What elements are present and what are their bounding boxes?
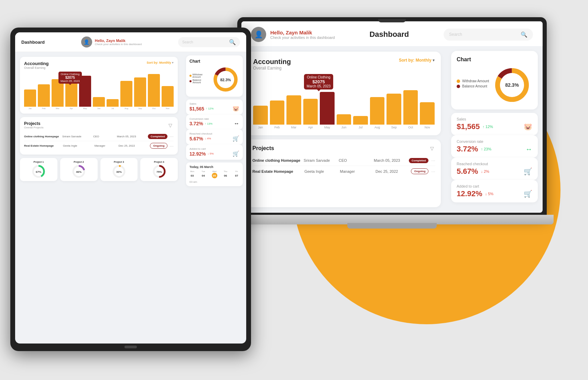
laptop-bar bbox=[353, 116, 368, 125]
laptop-stat-icon: ↔ bbox=[525, 145, 532, 153]
tablet-stat-icon: 🐷 bbox=[232, 105, 239, 112]
tablet-mini-donut: 30% bbox=[112, 165, 126, 178]
tablet-cal-day: Mon 03 bbox=[189, 170, 195, 178]
laptop-proj-date: March 05, 2023 bbox=[374, 158, 406, 162]
tablet-bar bbox=[162, 86, 174, 107]
tablet-stat-card: Added to cart 12.92% ↓ 5% 🛒 bbox=[186, 145, 243, 160]
tablet-stat-label: Sales bbox=[189, 102, 239, 105]
laptop-device: 👤 Hello, Zayn Malik Check your activitie… bbox=[237, 17, 567, 258]
laptop-bar-chart: Online Clothing $2075 March 05, 2023 Jan… bbox=[253, 74, 435, 129]
tablet-projects-card: Projects Overall Projects ▽ Online cloth… bbox=[20, 117, 178, 155]
tablet-bar-group: Aug bbox=[120, 81, 132, 109]
tablet-three-dots[interactable]: ··· bbox=[170, 134, 174, 139]
tablet-acc-title: Accounting Overall Earning bbox=[24, 61, 49, 70]
laptop-acc-header: Accounting Overall Earning Sort by: Mont… bbox=[253, 58, 435, 71]
tablet-outer: Dashboard 👤 Hello, Zayn Malik Check your… bbox=[10, 28, 251, 351]
tablet-stat-change: ↑ 12% bbox=[206, 107, 214, 110]
tablet-proj-row: Real Estate Homepage Geeta Ingle Manager… bbox=[24, 141, 174, 150]
laptop-bottom-row: Projects ▽ Online clothing Homepage Srir… bbox=[247, 139, 441, 207]
tablet-bar-label: Apr bbox=[70, 107, 73, 109]
tablet-bar-chart: Online Clothing $2075 March 05, 2023 Jan… bbox=[24, 72, 174, 109]
tablet-time: 03 am bbox=[189, 180, 239, 183]
tablet-cal-date: 06 bbox=[223, 173, 228, 178]
laptop-stat-icon: 🛒 bbox=[524, 167, 532, 176]
tablet-main: Accounting Overall Earning Sort by: Mont… bbox=[15, 52, 246, 344]
laptop-three-dots[interactable]: ··· bbox=[431, 158, 435, 163]
tablet-cal-day: Fri 07 bbox=[234, 170, 239, 178]
tablet-bar-label: Sep bbox=[138, 107, 142, 109]
tablet-search[interactable]: Search 🔍 bbox=[178, 37, 240, 47]
laptop-proj-row: Online clothing Homepage Sriram Sarvade … bbox=[252, 155, 435, 166]
laptop-search-placeholder: Search bbox=[449, 32, 521, 37]
tablet-mini-title: Project 3 bbox=[114, 161, 124, 163]
tablet-stat-row: 3.72% ↑ 13% ↔ bbox=[189, 120, 239, 127]
laptop-bar bbox=[286, 95, 301, 125]
laptop-chart-title: Chart bbox=[457, 56, 532, 63]
laptop-stat-value: $1,565 bbox=[457, 122, 480, 131]
laptop-dashboard: 👤 Hello, Zayn Malik Check your activitie… bbox=[241, 21, 543, 213]
tablet-bar-group: Jun bbox=[93, 97, 105, 109]
tablet-cal-dow: Thu bbox=[224, 170, 227, 172]
laptop-search-bar[interactable]: Search 🔍 bbox=[444, 29, 533, 41]
laptop-bar-label: Mar bbox=[291, 126, 297, 129]
laptop-user-sub: Check your activities in this dashboard bbox=[270, 35, 335, 40]
tablet-proj-header: Projects Overall Projects ▽ bbox=[24, 121, 174, 129]
laptop-three-dots[interactable]: ··· bbox=[431, 169, 435, 174]
tablet-status-badge: Completed bbox=[148, 134, 167, 139]
tablet-chart-inner: Withdraw AmountBalance Amount 82.3% bbox=[189, 66, 239, 93]
tablet-bar-label: Feb bbox=[42, 107, 45, 109]
laptop-bar bbox=[270, 101, 285, 125]
tablet-search-icon: 🔍 bbox=[229, 39, 236, 45]
tablet-stat-label: Conversion rate bbox=[189, 117, 239, 120]
tablet-bar bbox=[93, 97, 105, 107]
laptop-bar-group: May bbox=[320, 92, 335, 129]
tablet-screen: Dashboard 👤 Hello, Zayn Malik Check your… bbox=[15, 32, 246, 344]
tablet-bar-label: Oct bbox=[152, 107, 155, 109]
tablet-three-dots[interactable]: ··· bbox=[170, 143, 174, 149]
laptop-stat-icon: 🐷 bbox=[524, 123, 532, 131]
laptop-bar bbox=[420, 102, 435, 125]
filter-icon[interactable]: ▽ bbox=[428, 145, 435, 152]
laptop-donut-chart: 82.3% bbox=[493, 66, 531, 104]
tablet-stat-label: Added to cart bbox=[189, 147, 239, 150]
tablet-stat-value: 3.72% bbox=[189, 121, 203, 126]
tablet-user-name: Hello, Zayn Malik bbox=[95, 39, 142, 43]
svg-text:30%: 30% bbox=[116, 170, 122, 173]
tablet-stat-value: 12.92% bbox=[189, 151, 206, 157]
tablet-user-sub: Check your activities in this dashboard bbox=[95, 43, 142, 46]
laptop-stat-card: Added to cart 12.92% ↓ 5% 🛒 bbox=[451, 180, 538, 202]
tablet-sort[interactable]: Sort by: Monthly ▾ bbox=[146, 61, 174, 64]
laptop-projects-card: Projects ▽ Online clothing Homepage Srir… bbox=[247, 139, 441, 207]
tablet-bar bbox=[120, 81, 132, 107]
tablet-bar-group: Jan bbox=[24, 89, 36, 109]
tablet-mini-title: Project 1 bbox=[34, 161, 44, 163]
laptop-page-title: Dashboard bbox=[369, 30, 409, 39]
tablet-cal-day: Tue 04 bbox=[200, 170, 206, 178]
laptop-proj-name: Online clothing Homepage bbox=[252, 158, 301, 162]
tablet-filter-icon[interactable]: ▽ bbox=[167, 122, 174, 129]
laptop-stat-value: 12.92% bbox=[457, 189, 482, 198]
laptop-proj-date: Dec 25, 2022 bbox=[375, 169, 408, 173]
tablet-bar-group: Nov bbox=[162, 86, 174, 109]
laptop-donut-container: 82.3% bbox=[493, 66, 531, 104]
laptop-proj-person: Sriram Sarvade bbox=[304, 158, 336, 162]
tablet-bar-group: Oct bbox=[148, 74, 160, 109]
laptop-side-panel: Chart Withdraw AmountBalance Amount 82.3… bbox=[446, 46, 543, 213]
svg-text:82.3%: 82.3% bbox=[505, 82, 519, 88]
tablet-mini-donut: 67% bbox=[32, 165, 45, 178]
svg-text:75%: 75% bbox=[156, 170, 162, 173]
tablet-search-placeholder: Search bbox=[182, 40, 229, 44]
tablet-stat-card: Sales $1,565 ↑ 12% 🐷 bbox=[186, 99, 243, 115]
laptop-bar-label: Feb bbox=[274, 126, 280, 129]
laptop-bar-group: Jun bbox=[337, 114, 351, 129]
tablet-cal-day: Wed 05 bbox=[212, 170, 217, 178]
laptop-proj-rows: Online clothing Homepage Sriram Sarvade … bbox=[252, 155, 435, 177]
tablet-accounting-card: Accounting Overall Earning Sort by: Mont… bbox=[20, 57, 178, 114]
tablet-title: Dashboard bbox=[21, 40, 45, 45]
tablet-device: Dashboard 👤 Hello, Zayn Malik Check your… bbox=[10, 28, 258, 358]
tablet-mini-title: Project 2 bbox=[74, 161, 84, 163]
tablet-home-button[interactable] bbox=[124, 346, 137, 348]
laptop-sort[interactable]: Sort by: Monthly ▾ bbox=[399, 58, 435, 63]
laptop-bar-group: Nov bbox=[420, 102, 435, 129]
tablet-bar bbox=[24, 89, 36, 107]
